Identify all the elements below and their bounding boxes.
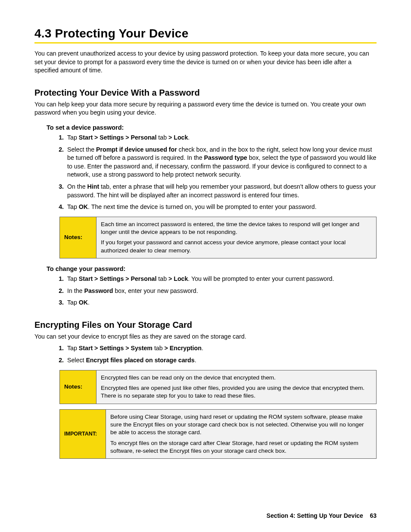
note-text: If you forget your password and cannot a… xyxy=(101,239,372,255)
footer-section-label: Section 4: Setting Up Your Device xyxy=(267,512,363,519)
list-item: Tap Start > Settings > Personal tab > Lo… xyxy=(65,275,377,283)
list-item: Select the Prompt if device unused for c… xyxy=(65,146,377,179)
text: . xyxy=(188,134,190,141)
notes-content: Encrypted files can be read only on the … xyxy=(97,370,377,404)
text: tab xyxy=(153,345,165,352)
text: tab xyxy=(156,275,168,282)
password-subsection-title: Protecting Your Device With a Password xyxy=(34,88,377,98)
notes-callout: Notes: Each time an incorrect password i… xyxy=(59,217,377,258)
bold-text: Prompt if device unused for xyxy=(96,146,177,153)
encryption-subsection-title: Encrypting Files on Your Storage Card xyxy=(34,320,377,330)
note-text: Encrypted files can be read only on the … xyxy=(101,374,372,382)
bold-text: OK xyxy=(79,203,88,210)
note-text: Each time an incorrect password is enter… xyxy=(101,221,372,236)
bold-text: > Lock xyxy=(168,275,188,282)
intro-paragraph: You can prevent unauthorized access to y… xyxy=(34,50,377,75)
list-item: Select Encrypt files placed on storage c… xyxy=(65,356,377,365)
notes-content: Each time an incorrect password is enter… xyxy=(97,217,377,258)
important-callout: IMPORTANT: Before using Clear Storage, u… xyxy=(59,409,377,459)
text: tab xyxy=(156,134,168,141)
change-password-steps: Tap Start > Settings > Personal tab > Lo… xyxy=(55,275,377,307)
text: Tap xyxy=(67,299,79,306)
bold-text: Password xyxy=(84,287,113,294)
text: Tap xyxy=(67,203,79,210)
text: Select xyxy=(67,357,86,364)
page-footer: Section 4: Setting Up Your Device 63 xyxy=(267,512,377,519)
important-text: To encrypt files on the storage card aft… xyxy=(110,439,372,455)
text: . xyxy=(202,345,203,352)
text: box, enter your new password. xyxy=(113,287,198,294)
list-item: Tap OK. xyxy=(65,299,377,307)
bold-text: Hint xyxy=(87,183,100,190)
text: Tap xyxy=(67,134,79,141)
text: . xyxy=(88,299,90,306)
notes-label: Notes: xyxy=(60,370,97,404)
bold-text: > Lock xyxy=(168,134,188,141)
notes-callout: Notes: Encrypted files can be read only … xyxy=(59,370,377,404)
section-heading: 4.3 Protecting Your Device xyxy=(34,27,377,40)
change-password-title: To change your password: xyxy=(47,265,377,272)
text: . The next time the device is turned on,… xyxy=(88,203,316,210)
text: Tap xyxy=(67,345,79,352)
text: tab, enter a phrase that will help you r… xyxy=(67,183,376,199)
important-label: IMPORTANT: xyxy=(60,409,106,459)
encryption-intro: You can set your device to encrypt files… xyxy=(34,333,377,341)
page: 4.3 Protecting Your Device You can preve… xyxy=(0,0,411,532)
bold-text: Encrypt files placed on storage cards xyxy=(86,357,194,364)
password-intro: You can help keep your data more secure … xyxy=(34,100,377,117)
list-item: On the Hint tab, enter a phrase that wil… xyxy=(65,183,377,199)
bold-text: Start > Settings > Personal xyxy=(79,134,157,141)
bold-text: Start > Settings > Personal xyxy=(79,275,157,282)
notes-label: Notes: xyxy=(60,217,97,258)
bold-text: Start > Settings > System xyxy=(79,345,153,352)
text: . You will be prompted to enter your cur… xyxy=(188,275,334,282)
text: On the xyxy=(67,183,87,190)
bold-text: > Encryption xyxy=(165,345,202,352)
set-password-title: To set a device password: xyxy=(47,124,377,131)
list-item: Tap OK. The next time the device is turn… xyxy=(65,203,377,212)
important-content: Before using Clear Storage, using hard r… xyxy=(106,409,377,459)
list-item: In the Password box, enter your new pass… xyxy=(65,287,377,296)
set-password-steps: Tap Start > Settings > Personal tab > Lo… xyxy=(55,134,377,212)
encryption-steps: Tap Start > Settings > System tab > Encr… xyxy=(55,344,377,364)
important-text: Before using Clear Storage, using hard r… xyxy=(110,413,372,437)
text: Tap xyxy=(67,275,79,282)
list-item: Tap Start > Settings > System tab > Encr… xyxy=(65,344,377,353)
bold-text: OK xyxy=(79,299,88,306)
text: Select the xyxy=(67,146,96,153)
note-text: Encrypted files are opened just like oth… xyxy=(101,384,372,400)
list-item: Tap Start > Settings > Personal tab > Lo… xyxy=(65,134,377,142)
footer-page-number: 63 xyxy=(370,512,377,519)
text: . xyxy=(195,357,196,364)
text: In the xyxy=(67,287,84,294)
heading-rule xyxy=(34,42,377,44)
bold-text: Password type xyxy=(204,154,247,161)
